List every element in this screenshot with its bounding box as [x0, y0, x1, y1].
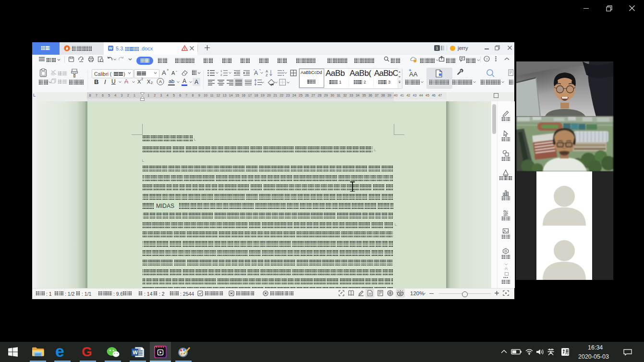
svg-text:1: 1 — [220, 70, 222, 72]
svg-text:?: ? — [486, 57, 488, 61]
svg-text:A: A — [159, 79, 162, 84]
svg-text:A: A — [254, 70, 258, 76]
svg-text:2: 2 — [220, 73, 222, 76]
svg-text:W: W — [133, 350, 138, 355]
svg-text:AA: AA — [409, 71, 418, 77]
svg-text:Z: Z — [266, 73, 268, 77]
